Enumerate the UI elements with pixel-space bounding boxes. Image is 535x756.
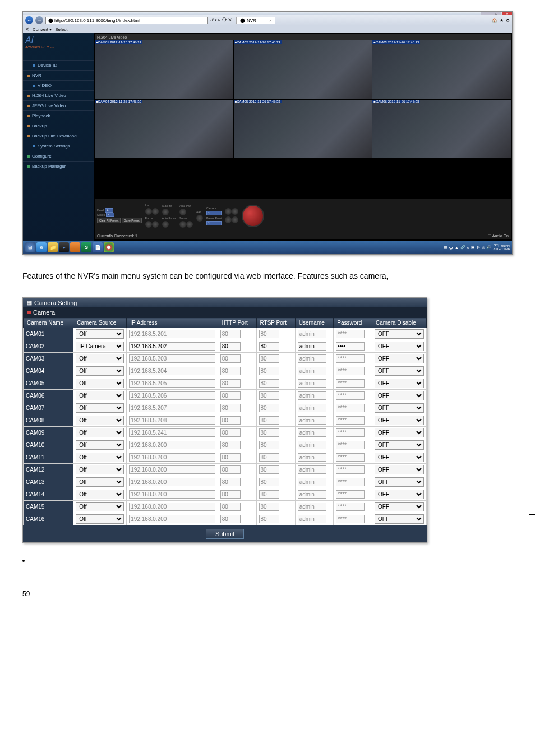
focus-plus-button[interactable] <box>145 221 152 228</box>
autofocus-button[interactable] <box>162 221 169 228</box>
volume-icon[interactable]: 🔊 <box>486 245 491 250</box>
disable-select[interactable]: OFF <box>375 416 424 425</box>
app-icon[interactable] <box>70 242 80 252</box>
ap-button[interactable] <box>196 215 203 222</box>
camera-source-select[interactable]: Off <box>76 514 124 524</box>
rtsp-port-input[interactable] <box>259 330 279 338</box>
username-input[interactable] <box>298 367 326 375</box>
browser-tab[interactable]: ⬤ NVR × <box>236 17 276 24</box>
video-cell[interactable]: ■CAM02 2012-11-26 17:46:33 <box>234 40 372 99</box>
http-port-input[interactable] <box>220 354 241 363</box>
zoom-minus-button[interactable] <box>186 221 193 228</box>
rtsp-port-input[interactable] <box>259 453 279 462</box>
ip-input[interactable] <box>129 503 215 511</box>
sidebar-item[interactable]: Device-ID <box>23 60 94 70</box>
video-cell[interactable]: ■CAM05 2012-11-26 17:46:33 <box>234 100 372 159</box>
ip-input[interactable] <box>129 515 215 523</box>
rtsp-port-input[interactable] <box>259 416 279 425</box>
preset-select[interactable]: 1 <box>206 221 222 225</box>
ip-input[interactable] <box>129 379 215 388</box>
username-input[interactable] <box>298 428 326 437</box>
disable-select[interactable]: OFF <box>375 465 424 474</box>
url-input[interactable]: ⬤ http://192.168.0.111:8000/lang1/index.… <box>45 17 208 24</box>
autoiris-button[interactable] <box>162 209 169 215</box>
minimize-button[interactable]: _ <box>481 12 491 15</box>
password-input[interactable] <box>336 453 365 462</box>
disable-select[interactable]: OFF <box>375 514 424 524</box>
autopan-button[interactable] <box>179 209 186 215</box>
chrome-icon[interactable] <box>104 242 114 252</box>
tray-icon[interactable]: ⏻ <box>449 246 453 250</box>
tray-icon[interactable]: 🔗 <box>460 245 465 250</box>
http-port-input[interactable] <box>220 342 241 351</box>
iris-minus-button[interactable] <box>152 208 159 215</box>
camera-source-select[interactable]: Off <box>76 391 124 400</box>
username-input[interactable] <box>298 404 326 412</box>
camera-source-select[interactable]: Off <box>76 403 124 413</box>
ie-icon[interactable]: e <box>36 242 47 252</box>
audio-toggle[interactable]: ☐ Audio On <box>488 234 509 238</box>
password-input[interactable] <box>336 391 365 400</box>
password-input[interactable] <box>336 515 365 523</box>
gear-icon[interactable]: ⚙ <box>506 18 510 23</box>
ip-input[interactable] <box>129 478 215 486</box>
video-cell[interactable]: ■CAM03 2012-11-26 17:46:33 <box>372 40 511 99</box>
favorite-icon[interactable]: ★ <box>500 18 504 23</box>
rtsp-port-input[interactable] <box>259 379 279 388</box>
ip-input[interactable] <box>129 416 215 425</box>
http-port-input[interactable] <box>220 391 241 400</box>
sidebar-item[interactable]: JPEG Live Video <box>23 100 94 110</box>
rtsp-port-input[interactable] <box>259 391 279 400</box>
disable-select[interactable]: OFF <box>375 440 424 450</box>
username-input[interactable] <box>298 515 326 523</box>
start-button[interactable]: ⊞ <box>25 242 35 252</box>
explorer-icon[interactable]: 📁 <box>48 242 58 252</box>
preset-del1-button[interactable] <box>232 208 238 215</box>
maximize-button[interactable]: □ <box>491 12 501 15</box>
camera-source-select[interactable]: Off <box>76 490 124 499</box>
disable-select[interactable]: OFF <box>375 391 424 400</box>
preset-del2-button[interactable] <box>232 216 238 223</box>
rtsp-port-input[interactable] <box>259 465 279 474</box>
camera-source-select[interactable]: Off <box>76 354 124 363</box>
sidebar-item[interactable]: Backup Manager <box>23 161 94 171</box>
http-port-input[interactable] <box>220 428 241 437</box>
video-cell[interactable]: ■CAM01 2012-11-26 17:46:33 <box>95 40 233 99</box>
ip-input[interactable] <box>129 354 215 363</box>
zoom-plus-button[interactable] <box>179 221 186 228</box>
camera-source-select[interactable]: Off <box>76 502 124 511</box>
ip-input[interactable] <box>129 367 215 375</box>
password-input[interactable] <box>336 354 365 363</box>
http-port-input[interactable] <box>220 453 241 462</box>
s-app-icon[interactable]: S <box>81 242 91 252</box>
disable-select[interactable]: OFF <box>375 366 424 376</box>
http-port-input[interactable] <box>220 515 241 523</box>
username-input[interactable] <box>298 330 326 338</box>
ip-input[interactable] <box>129 453 215 462</box>
password-input[interactable] <box>336 330 365 338</box>
close-button[interactable]: ✕ <box>502 12 512 15</box>
tray-icon[interactable]: ▲ <box>455 246 459 250</box>
password-input[interactable] <box>336 465 365 474</box>
username-input[interactable] <box>298 465 326 474</box>
camera-source-select[interactable]: Off <box>76 416 124 425</box>
username-input[interactable] <box>298 503 326 511</box>
ip-input[interactable] <box>129 465 215 474</box>
password-input[interactable] <box>336 367 365 375</box>
disable-select[interactable]: OFF <box>375 490 424 499</box>
sidebar-item[interactable]: Backup <box>23 121 94 131</box>
password-input[interactable] <box>336 428 365 437</box>
sidebar-item[interactable]: System Settings <box>23 141 94 151</box>
select-menu[interactable]: Select <box>55 27 67 32</box>
tray-icon[interactable]: 🏳 <box>477 246 481 250</box>
rtsp-port-input[interactable] <box>259 428 279 437</box>
ip-input[interactable] <box>129 490 215 499</box>
camera-source-select[interactable]: IP Camera <box>76 342 124 351</box>
fav-close-icon[interactable]: ✕ <box>25 27 29 32</box>
http-port-input[interactable] <box>220 379 241 388</box>
rtsp-port-input[interactable] <box>259 354 279 363</box>
clear-preset-button[interactable]: Clear All Preset <box>97 218 121 223</box>
sidebar-item[interactable]: VIDEO <box>23 80 94 90</box>
http-port-input[interactable] <box>220 404 241 412</box>
preset-go1-button[interactable] <box>225 208 232 215</box>
